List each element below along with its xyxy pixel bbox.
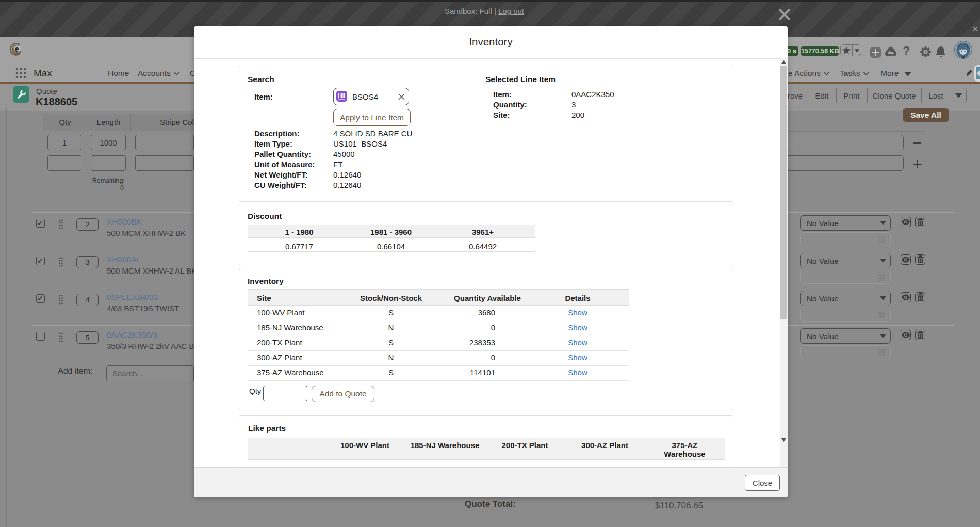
- svg-text:e: e: [15, 44, 20, 53]
